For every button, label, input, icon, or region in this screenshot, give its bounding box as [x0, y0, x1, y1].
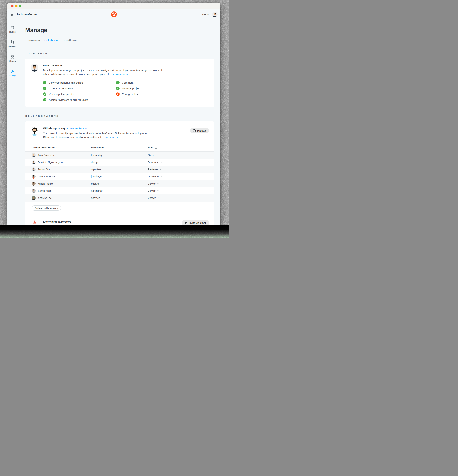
- invite-via-email-button[interactable]: Invite via email: [182, 220, 209, 225]
- collaborators-card: Github repository: chromaui/acme This pr…: [25, 121, 214, 225]
- zoom-window-button[interactable]: [19, 5, 21, 7]
- role-learn-more-link[interactable]: Learn more »: [112, 73, 127, 76]
- role-value: Owner: [148, 154, 155, 157]
- role-dropdown[interactable]: Developer: [148, 175, 214, 178]
- tab-configure[interactable]: Configure: [62, 39, 79, 44]
- chevron-down-icon: [161, 175, 163, 178]
- granted-check-icon: [43, 92, 46, 96]
- denied-x-icon: [116, 92, 119, 96]
- collaborator-avatar: [32, 182, 35, 186]
- github-sync-description: This project currently syncs collaborato…: [43, 131, 159, 139]
- collaborator-name: James Adebayo: [38, 175, 56, 178]
- chevron-down-icon: [161, 161, 163, 164]
- sidebar-item-library[interactable]: Library: [7, 55, 18, 62]
- collaborator-username: tmeasday: [91, 154, 102, 157]
- column-header-role: Role: [148, 146, 153, 149]
- collaborator-avatar: [32, 189, 35, 193]
- permission-item: Manage project: [116, 87, 209, 90]
- granted-check-icon: [43, 81, 46, 84]
- role-info-icon[interactable]: [155, 146, 157, 149]
- collaborator-row: Tom ColemantmeasdayOwner: [25, 152, 214, 159]
- collaborator-name: Micah Parillo: [38, 182, 53, 185]
- collaborator-username: domyen: [91, 161, 100, 164]
- github-learn-more-link[interactable]: Learn more »: [102, 136, 119, 138]
- permission-item: Review pull requests: [43, 92, 116, 96]
- menu-icon[interactable]: [11, 13, 14, 16]
- collaborator-name: Tom Coleman: [38, 154, 54, 157]
- library-icon: [10, 55, 15, 59]
- sidebar-item-label: Library: [9, 60, 16, 62]
- granted-check-icon: [43, 87, 46, 90]
- collaborator-row: Micah ParillomicahpViewer: [25, 180, 214, 187]
- chevron-down-icon: [160, 168, 162, 171]
- chevron-down-icon: [157, 196, 159, 199]
- column-header-username: Username: [91, 144, 148, 152]
- tab-collaborate[interactable]: Collaborate: [42, 39, 62, 44]
- collaborator-name: Zoltan Olah: [38, 168, 51, 171]
- project-breadcrumb[interactable]: hichroma/acme: [17, 13, 37, 16]
- collaborator-row: Andrew LeeandyleeViewer: [25, 194, 214, 202]
- minimize-window-button[interactable]: [15, 5, 17, 7]
- collaborator-row: James AdebayojadebayoDeveloper: [25, 173, 214, 180]
- permission-label: Review pull requests: [49, 93, 73, 96]
- permission-label: Accept or deny tests: [49, 87, 73, 90]
- granted-check-icon: [43, 98, 46, 102]
- github-sync-section: Github repository: chromaui/acme This pr…: [25, 121, 214, 144]
- collaborator-name: Andrew Lee: [38, 196, 52, 199]
- your-role-card: Role: Developer Developers can manage th…: [25, 59, 214, 107]
- permissions-list: View components and buildsAccept or deny…: [43, 80, 209, 102]
- page-title: Manage: [25, 27, 214, 34]
- collaborator-avatar: [32, 196, 35, 200]
- docs-link[interactable]: Docs: [202, 13, 209, 16]
- github-mark-icon: [193, 129, 196, 132]
- external-collaborators-section: External collaborators Invite stakeholde…: [25, 215, 214, 225]
- tab-automate[interactable]: Automate: [25, 39, 42, 44]
- section-label-your-role: YOUR ROLE: [25, 52, 214, 55]
- collaborator-username: jadebayo: [91, 175, 102, 178]
- permission-label: Comment: [122, 81, 133, 84]
- refresh-collaborators-button[interactable]: Refresh collaborators: [32, 205, 61, 211]
- chevron-down-icon: [157, 189, 159, 192]
- collaborator-avatar: [32, 160, 35, 164]
- collaborator-avatar: [32, 153, 35, 157]
- chromatic-logo-icon[interactable]: [111, 11, 117, 17]
- role-dropdown[interactable]: Reviewer: [148, 168, 214, 171]
- permission-item: Assign reviewers to pull requests: [43, 98, 116, 102]
- permission-item: Accept or deny tests: [43, 87, 116, 90]
- sidebar-item-reviews[interactable]: Reviews: [7, 40, 18, 48]
- main-content: Manage AutomateCollaborateConfigure YOUR…: [18, 19, 221, 225]
- collaborator-username: sarahkhan: [91, 189, 103, 192]
- role-value: Developer: [51, 64, 63, 67]
- sidebar-item-label: Reviews: [8, 45, 17, 48]
- collaborator-row: Dominic Nguyen (you)domyenDeveloper: [25, 159, 214, 166]
- collaborator-username: micahp: [91, 182, 100, 185]
- sidebar-item-manage[interactable]: Manage: [7, 69, 18, 77]
- role-dropdown[interactable]: Owner: [148, 154, 214, 157]
- permission-label: Manage project: [122, 87, 140, 90]
- role-dropdown[interactable]: Developer: [148, 161, 214, 164]
- github-manage-button[interactable]: Manage: [190, 128, 209, 133]
- tab-bar: AutomateCollaborateConfigure: [25, 39, 214, 44]
- collaborator-row: Zoltan OlahzqzoltanReviewer: [25, 166, 214, 173]
- collaborator-name: Sarah Khan: [38, 189, 52, 192]
- table-header-row: Github collaborators Username Role: [25, 144, 214, 152]
- permission-label: Change roles: [122, 93, 138, 96]
- window-titlebar: [7, 3, 221, 9]
- permission-label: View components and builds: [49, 81, 83, 84]
- github-repo-link[interactable]: chromaui/acme: [67, 127, 87, 130]
- role-dropdown[interactable]: Viewer: [148, 196, 214, 199]
- granted-check-icon: [116, 81, 119, 84]
- close-window-button[interactable]: [11, 5, 14, 7]
- role-dropdown[interactable]: Viewer: [148, 189, 214, 192]
- user-avatar[interactable]: [212, 12, 218, 17]
- person-plus-icon: [184, 221, 187, 224]
- person-icon-orange: [33, 220, 36, 224]
- chevron-down-icon: [157, 154, 159, 157]
- chevron-down-icon: [157, 182, 159, 185]
- permission-item: Comment: [116, 81, 209, 84]
- sidebar-item-builds[interactable]: Builds: [7, 25, 18, 33]
- role-dropdown[interactable]: Viewer: [148, 182, 214, 185]
- collaborator-row: Sarah KhansarahkhanViewer: [25, 187, 214, 194]
- role-value: Viewer: [148, 196, 156, 199]
- role-user-avatar: [31, 64, 38, 72]
